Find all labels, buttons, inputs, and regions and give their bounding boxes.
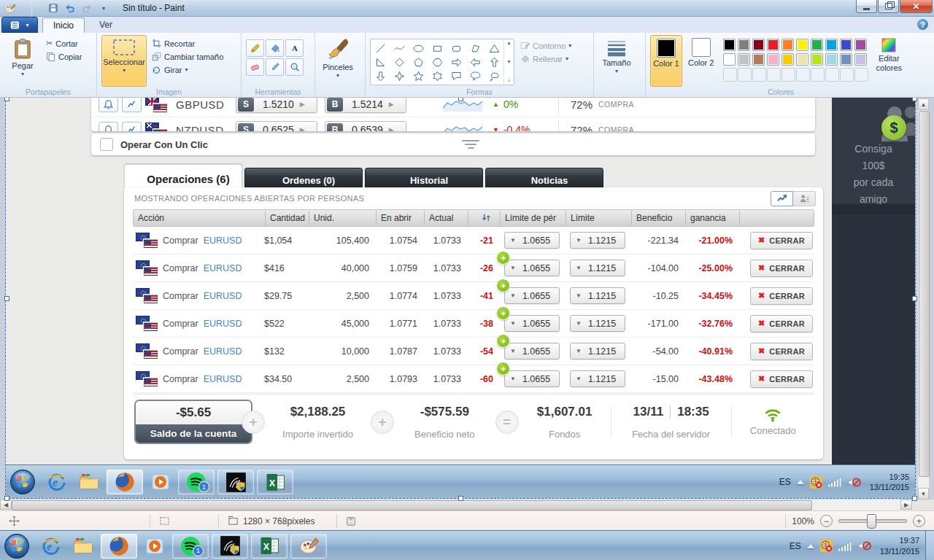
shape-five-point-star-icon[interactable] <box>409 69 428 83</box>
shape-cloud-callout-icon[interactable] <box>485 69 503 83</box>
taskbar-icon-firefox[interactable] <box>101 534 137 559</box>
paste-button[interactable]: Pegar▾ <box>4 35 41 87</box>
palette-color-swatch[interactable] <box>854 53 867 66</box>
taskbar-icon-ie[interactable]: e <box>42 470 72 494</box>
tray-expand-icon[interactable] <box>797 480 804 484</box>
start-button[interactable] <box>9 468 36 496</box>
sell-button[interactable]: S0.6525▶ <box>236 121 317 131</box>
taskbar-icon-spotify[interactable]: 1 <box>172 534 209 559</box>
qat-customize-button[interactable]: ▾ <box>96 1 111 15</box>
taskbar-icon-explorer[interactable] <box>74 470 104 494</box>
palette-color-swatch[interactable] <box>723 53 736 66</box>
restore-button[interactable] <box>878 0 899 13</box>
shape-arrow-up-icon[interactable] <box>485 55 503 69</box>
take-profit-dropdown[interactable]: ▼1.1215 <box>570 260 625 276</box>
taskbar-icon-excel[interactable]: X <box>251 534 287 559</box>
taskbar-icon-game[interactable] <box>217 470 254 494</box>
pencil-tool[interactable] <box>246 39 264 57</box>
shape-triangle-icon[interactable] <box>485 42 503 55</box>
edit-colors-button[interactable]: Editar colores <box>871 35 907 87</box>
taskbar-icon-spotify[interactable]: 1 <box>178 470 215 494</box>
taskbar-icon-game[interactable] <box>212 534 248 559</box>
undo-button[interactable] <box>63 1 77 15</box>
minimize-button[interactable] <box>856 0 877 13</box>
take-profit-dropdown[interactable]: ▼1.1215 <box>570 232 625 249</box>
close-trade-button[interactable]: ✖CERRAR <box>750 343 813 360</box>
shape-rounded-rectangle-icon[interactable] <box>447 42 466 55</box>
taskbar-icon-wmp[interactable] <box>146 470 175 494</box>
outline-button[interactable]: Contorno▾ <box>520 41 571 50</box>
buy-button[interactable]: B0.6539▶ <box>325 121 406 131</box>
buy-button[interactable]: B1.5214▶ <box>325 98 406 113</box>
shape-curve-icon[interactable] <box>390 42 409 55</box>
save-button[interactable] <box>46 1 61 15</box>
alert-icon[interactable] <box>99 122 118 131</box>
taskbar-icon-firefox[interactable] <box>107 470 143 494</box>
palette-color-swatch[interactable] <box>825 39 838 51</box>
palette-color-swatch[interactable] <box>767 39 779 51</box>
zoom-slider-thumb[interactable] <box>867 514 876 529</box>
signal-strength-icon[interactable] <box>828 477 841 487</box>
color2-button[interactable]: Color 2 <box>685 35 717 87</box>
close-trade-button[interactable]: ✖CERRAR <box>750 370 813 388</box>
palette-color-swatch[interactable] <box>854 39 867 51</box>
stop-loss-dropdown[interactable]: ▼1.0655 <box>504 232 560 249</box>
shapes-scroll-up[interactable]: ▲ <box>506 40 512 46</box>
shape-arrow-right-icon[interactable] <box>447 55 466 69</box>
select-button[interactable]: Seleccionar▾ <box>101 35 147 87</box>
selection-handle[interactable] <box>912 496 917 501</box>
filter-icon[interactable] <box>462 140 479 149</box>
tray-expand-icon[interactable] <box>807 544 814 548</box>
brushes-button[interactable]: Pinceles▾ <box>320 35 356 87</box>
pair-link[interactable]: EURUSD <box>204 374 242 384</box>
selection-handle[interactable] <box>458 496 463 501</box>
cut-button[interactable]: ✂Cortar <box>44 38 84 49</box>
eraser-tool[interactable] <box>246 58 264 76</box>
taskbar-icon-wmp[interactable] <box>140 534 169 559</box>
palette-color-swatch[interactable] <box>781 39 794 51</box>
sell-button[interactable]: S1.5210▶ <box>236 98 317 113</box>
alert-icon[interactable] <box>99 98 118 112</box>
palette-color-swatch[interactable] <box>723 39 736 51</box>
horizontal-scroll-thumb[interactable] <box>12 500 812 510</box>
taskbar-icon-excel[interactable]: X <box>257 470 293 494</box>
fill-button[interactable]: Rellenar▾ <box>520 54 571 63</box>
color1-button[interactable]: Color 1 <box>650 35 682 87</box>
stop-loss-dropdown[interactable]: ▼1.0655 <box>504 260 560 276</box>
palette-color-swatch[interactable] <box>825 53 838 66</box>
palette-color-swatch[interactable] <box>840 53 852 66</box>
pair-link[interactable]: EURUSD <box>204 263 242 273</box>
trade-tab-operaciones[interactable]: Operaciones (6) <box>124 164 242 187</box>
stop-loss-dropdown[interactable]: ▼1.0655 <box>504 343 560 359</box>
shapes-more-button[interactable]: ⩒ <box>507 78 510 84</box>
stop-loss-dropdown[interactable]: ▼1.0655 <box>504 315 560 332</box>
close-trade-button[interactable]: ✖CERRAR <box>750 315 813 332</box>
close-trade-button[interactable]: ✖CERRAR <box>750 232 813 249</box>
crop-button[interactable]: Recortar <box>150 38 225 49</box>
network-error-icon[interactable] <box>810 476 822 489</box>
taskbar-clock[interactable]: 19:3713/11/2015 <box>877 535 922 556</box>
chart-icon[interactable] <box>122 98 142 112</box>
stop-loss-dropdown[interactable]: ▼1.0655 <box>504 370 560 387</box>
show-desktop-button[interactable] <box>925 531 934 560</box>
shape-oval-icon[interactable] <box>409 42 428 55</box>
pair-link[interactable]: EURUSD <box>204 236 242 246</box>
chart-icon[interactable] <box>122 122 142 131</box>
redo-button[interactable] <box>80 1 94 15</box>
palette-color-swatch[interactable] <box>781 53 794 66</box>
shape-oval-callout-icon[interactable] <box>466 69 485 83</box>
magnifier-tool[interactable] <box>285 58 304 76</box>
trade-tab-ordenes[interactable]: Ordenes (0) <box>244 168 363 187</box>
palette-color-swatch[interactable] <box>811 53 823 66</box>
scroll-down-arrow[interactable]: ▼ <box>918 488 929 499</box>
palette-color-swatch[interactable] <box>752 39 765 51</box>
one-click-checkbox[interactable] <box>100 138 113 151</box>
trade-tab-noticias[interactable]: Noticias <box>485 168 603 187</box>
resize-button[interactable]: Cambiar tamaño <box>150 51 225 62</box>
shape-arrow-left-icon[interactable] <box>466 55 485 69</box>
pasted-screenshot-selection[interactable]: GBPUSDS1.5210▶B1.5214▶▲0%72%COMPRANZDUSD… <box>6 98 915 498</box>
start-button[interactable] <box>3 532 31 560</box>
shape-arrow-down-icon[interactable] <box>371 69 390 83</box>
pair-link[interactable]: EURUSD <box>204 319 242 329</box>
size-button[interactable]: Tamaño▾ <box>598 35 635 87</box>
